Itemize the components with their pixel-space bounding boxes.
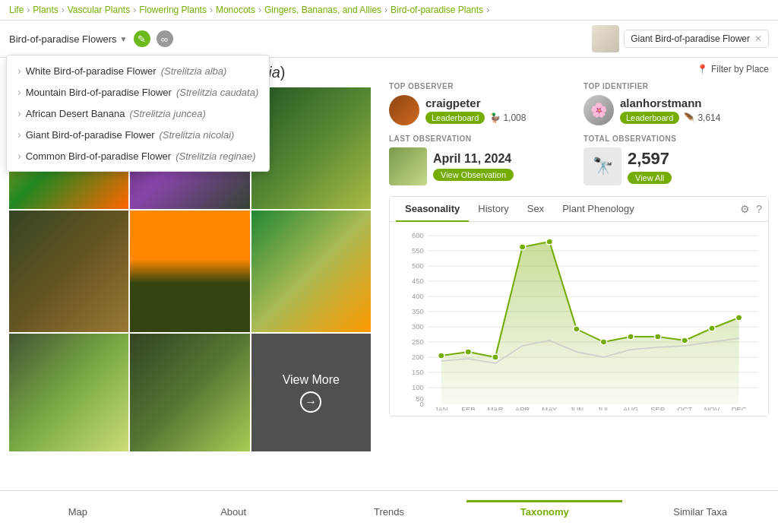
seasonality-chart: 600 550 500 450 400 350 300 250 200 150 … <box>396 228 762 410</box>
right-panel: Filter by Place TOP OBSERVER craigpeter … <box>380 58 778 532</box>
svg-text:DEC: DEC <box>732 406 747 410</box>
dropdown-sci-5: (Strelitzia reginae) <box>176 150 256 162</box>
identifier-badges: Leaderboard 🪶 3,614 <box>620 112 769 124</box>
breadcrumb-flowering[interactable]: Flowering Plants <box>139 5 207 15</box>
top-observer-card: TOP OBSERVER craigpeter Leaderboard 🦆 1,… <box>389 82 574 125</box>
svg-text:250: 250 <box>412 338 424 346</box>
view-more-label: View More <box>283 373 340 387</box>
photo-cell-7[interactable] <box>9 334 128 451</box>
link-button[interactable]: ∞ <box>157 30 173 47</box>
current-taxon-dropdown[interactable]: Bird-of-paradise Flowers ▼ <box>9 33 128 45</box>
edit-button[interactable]: ✎ <box>134 30 150 47</box>
view-more-cell[interactable]: View More → <box>251 334 371 451</box>
svg-text:550: 550 <box>412 247 424 255</box>
top-identifier-card: TOP IDENTIFIER 🌸 alanhorstmann Leaderboa… <box>584 82 769 125</box>
svg-point-31 <box>600 339 606 345</box>
nav-item-similar-taxa[interactable]: Similar Taxa <box>622 500 778 524</box>
filter-place-button[interactable]: Filter by Place <box>697 64 769 74</box>
chart-help-icon[interactable]: ? <box>756 203 762 215</box>
identifier-leaderboard-button[interactable]: Leaderboard <box>620 112 679 124</box>
tab-seasonality[interactable]: Seasonality <box>396 197 469 222</box>
taxon-tag-label: Giant Bird-of-paradise Flower <box>631 33 750 44</box>
total-observations-card: TOTAL OBSERVATIONS 🔭 2,597 View All <box>584 135 769 185</box>
photo-cell-6[interactable] <box>251 211 371 332</box>
svg-text:450: 450 <box>412 277 424 285</box>
svg-text:500: 500 <box>412 262 424 270</box>
nav-item-taxonomy[interactable]: Taxonomy <box>466 500 622 524</box>
observer-count-value: 1,008 <box>503 112 526 123</box>
top-bar: Bird-of-paradise Flowers ▼ ✎ ∞ Giant Bir… <box>0 21 778 58</box>
breadcrumb-birds[interactable]: Bird-of-paradise Plants <box>391 5 483 15</box>
identifier-info: alanhorstmann Leaderboard 🪶 3,614 <box>620 97 769 124</box>
svg-text:600: 600 <box>412 232 424 239</box>
chart-settings-icon[interactable]: ⚙ <box>740 203 750 215</box>
nav-item-trends[interactable]: Trends <box>312 500 467 524</box>
last-obs-thumb: April 11, 2024 View Observation <box>389 147 574 185</box>
tab-sex[interactable]: Sex <box>518 197 553 222</box>
dropdown-item-3[interactable]: African Desert Banana (Strelitzia juncea… <box>7 103 269 124</box>
dropdown-common-5: Common Bird-of-paradise Flower <box>26 150 171 162</box>
identifier-avatar-image: 🌸 <box>584 95 614 125</box>
svg-point-29 <box>546 239 552 245</box>
observer-count: 🦆 1,008 <box>489 112 526 123</box>
svg-text:OCT: OCT <box>677 406 692 410</box>
photo-cell-4[interactable] <box>9 211 128 332</box>
last-observation-card: LAST OBSERVATION April 11, 2024 View Obs… <box>389 135 574 185</box>
nav-item-about[interactable]: About <box>156 500 312 524</box>
taxon-selector: Bird-of-paradise Flowers ▼ ✎ ∞ <box>9 30 173 47</box>
observer-avatar-image <box>389 95 419 125</box>
dropdown-sci-4: (Strelitzia nicolai) <box>159 129 234 141</box>
breadcrumb-life[interactable]: Life <box>9 5 24 15</box>
chart-tabs: Seasonality History Sex Plant Phenology … <box>390 197 768 222</box>
dropdown-item-2[interactable]: Mountain Bird-of-paradise Flower (Streli… <box>7 81 269 103</box>
dropdown-sci-3: (Strelitzia juncea) <box>129 108 205 119</box>
observer-leaderboard-button[interactable]: Leaderboard <box>425 112 485 124</box>
breadcrumb-vascular[interactable]: Vascular Plants <box>68 5 130 15</box>
nav-map-label: Map <box>68 506 87 518</box>
svg-point-25 <box>438 353 444 359</box>
close-tag-button[interactable]: ✕ <box>754 33 762 44</box>
dropdown-common-4: Giant Bird-of-paradise Flower <box>26 129 155 141</box>
photo-cell-5[interactable] <box>130 211 249 332</box>
breadcrumb-plants[interactable]: Plants <box>33 5 58 15</box>
dropdown-arrow-icon: ▼ <box>120 35 128 43</box>
view-all-button[interactable]: View All <box>628 172 672 184</box>
svg-text:JAN: JAN <box>435 406 448 410</box>
svg-text:MAY: MAY <box>542 406 557 410</box>
nav-similar-taxa-label: Similar Taxa <box>673 506 727 518</box>
view-observation-button[interactable]: View Observation <box>433 169 514 181</box>
nav-trends-label: Trends <box>374 506 404 518</box>
svg-point-35 <box>709 325 715 331</box>
svg-text:300: 300 <box>412 323 424 331</box>
svg-text:0: 0 <box>419 401 423 408</box>
svg-point-33 <box>655 334 661 340</box>
tab-history[interactable]: History <box>469 197 517 222</box>
dropdown-common-1: White Bird-of-paradise Flower <box>26 65 157 77</box>
taxon-name-tag: Giant Bird-of-paradise Flower ✕ <box>624 30 769 48</box>
dropdown-item-5[interactable]: Common Bird-of-paradise Flower (Strelitz… <box>7 145 269 166</box>
last-obs-info: April 11, 2024 View Observation <box>433 152 574 181</box>
tab-plant-phenology[interactable]: Plant Phenology <box>553 197 644 222</box>
last-obs-label: LAST OBSERVATION <box>389 135 574 143</box>
filter-bar: Filter by Place <box>389 64 769 74</box>
svg-text:AUG: AUG <box>623 406 638 410</box>
observer-count-icon: 🦆 <box>489 112 501 123</box>
top-observer-label: TOP OBSERVER <box>389 82 574 90</box>
identifier-avatar: 🌸 <box>584 95 614 125</box>
nav-taxonomy-label: Taxonomy <box>520 506 569 518</box>
top-identifier-user: 🌸 alanhorstmann Leaderboard 🪶 3,614 <box>584 95 769 125</box>
breadcrumb-monocots[interactable]: Monocots <box>216 5 255 15</box>
nav-item-map[interactable]: Map <box>0 500 156 524</box>
svg-point-26 <box>465 349 471 355</box>
dropdown-item-4[interactable]: Giant Bird-of-paradise Flower (Strelitzi… <box>7 124 269 145</box>
svg-point-27 <box>492 354 498 360</box>
dropdown-item-1[interactable]: White Bird-of-paradise Flower (Strelitzi… <box>7 60 269 81</box>
svg-text:JUN: JUN <box>570 406 584 410</box>
svg-text:SEP: SEP <box>650 406 665 410</box>
svg-text:350: 350 <box>412 308 424 315</box>
breadcrumb-gingers[interactable]: Gingers, Bananas, and Allies <box>264 5 381 15</box>
taxon-thumbnail <box>592 25 619 52</box>
chart-section: Seasonality History Sex Plant Phenology … <box>389 196 769 416</box>
photo-cell-8[interactable] <box>130 334 249 451</box>
svg-text:150: 150 <box>412 369 424 376</box>
